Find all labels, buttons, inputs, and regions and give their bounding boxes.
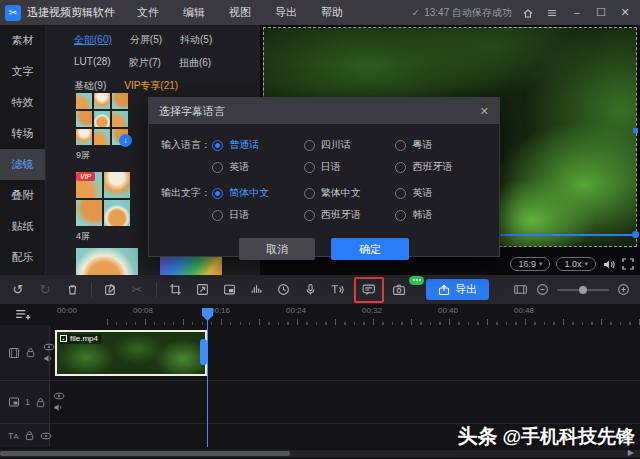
menu-view[interactable]: 视图 [229,5,251,20]
vip-badge: VIP [76,172,95,181]
scrollbar-thumb[interactable] [0,451,290,456]
radio-mandarin[interactable]: 普通话 [212,138,304,152]
radio-korean-output[interactable]: 韩语 [395,208,487,222]
minimize-button[interactable]: − [570,7,584,19]
tab-distort[interactable]: 扭曲(6) [179,56,211,70]
audio-wave-icon[interactable] [246,280,266,300]
speed-clock-icon[interactable] [273,280,293,300]
maximize-button[interactable]: ☐ [594,6,608,19]
pip-icon[interactable] [219,280,239,300]
volume-icon[interactable] [602,258,616,271]
cancel-button[interactable]: 取消 [239,238,315,260]
split-scissors-icon[interactable]: ✂ [127,280,147,300]
radio-sichuanese[interactable]: 四川话 [304,138,396,152]
radio-simplified-chinese[interactable]: 简体中文 [212,186,304,200]
microphone-icon[interactable] [300,280,320,300]
download-icon[interactable]: ↓ [119,134,132,147]
crop-icon[interactable] [165,280,185,300]
sidebar-item-text[interactable]: 文字 [0,56,45,87]
playback-speed-select[interactable]: 1.0x▾ [556,257,596,271]
sidebar-item-transitions[interactable]: 转场 [0,118,45,149]
radio-spanish-output[interactable]: 西班牙语 [304,208,396,222]
sidebar-item-overlay[interactable]: 叠附 [0,180,45,211]
fullscreen-icon[interactable] [622,258,634,270]
input-language-label: 输入语言： [161,138,212,152]
radio-cantonese[interactable]: 粤语 [395,138,487,152]
frame-view-icon[interactable] [513,283,528,296]
resize-icon[interactable] [192,280,212,300]
main-menu-icon[interactable] [546,7,560,19]
radio-japanese-input[interactable]: 日语 [304,160,396,174]
ok-button[interactable]: 确定 [331,238,409,260]
add-track-icon[interactable] [14,307,32,322]
radio-traditional-chinese[interactable]: 繁体中文 [304,186,396,200]
pip-track[interactable] [50,381,640,424]
zoom-slider-handle[interactable] [579,286,587,294]
subtitle-recognition-icon[interactable] [359,280,379,300]
timeline-zoom-slider[interactable] [557,289,609,291]
tab-basic[interactable]: 基础(9) [74,79,106,93]
radio-spanish-input[interactable]: 西班牙语 [395,160,487,174]
radio-icon [212,210,223,221]
thumb-cell [76,129,92,145]
close-button[interactable]: ✕ [618,6,632,19]
edit-clip-icon[interactable] [100,280,120,300]
text-to-speech-icon[interactable] [327,280,347,300]
transform-mid-handle[interactable] [633,128,638,133]
home-icon[interactable] [522,7,536,19]
lock-icon[interactable] [25,347,36,358]
track-headers: 1 TA [0,325,50,447]
sidebar-item-music[interactable]: 配乐 [0,242,45,273]
redo-icon[interactable]: ↻ [35,280,55,300]
tab-all[interactable]: 全部(60) [74,33,112,47]
ruler-label: 00:40 [438,306,458,315]
timeline-ruler[interactable]: 00:00 00:08 00:16 00:24 00:32 00:40 00:4… [50,304,640,325]
transform-bottom-edge[interactable] [482,234,637,236]
menu-help[interactable]: 帮助 [321,5,343,20]
zoom-out-icon[interactable] [536,283,549,296]
radio-icon [395,162,406,173]
pip-track-number: 1 [25,397,30,407]
ruler-label: 00:32 [362,306,382,315]
video-track[interactable]: ▪ file.mp4 [50,325,640,381]
radio-english-output[interactable]: 英语 [395,186,487,200]
delete-icon[interactable] [62,280,82,300]
radio-english-input[interactable]: 英语 [212,160,304,174]
video-clip[interactable]: ▪ file.mp4 [55,330,207,376]
clip-trim-handle[interactable] [200,339,207,365]
tab-splitscreen[interactable]: 分屏(5) [130,33,162,47]
transform-corner-handle[interactable] [632,231,639,238]
filter-label-9screen: 9屏 [76,149,130,162]
watermark-brand: 头条 [457,423,497,450]
aspect-ratio-select[interactable]: 16:9▾ [510,257,550,271]
menu-export[interactable]: 导出 [275,5,297,20]
tab-shake[interactable]: 抖动(5) [180,33,212,47]
thumb-cell [76,93,92,109]
tab-vip[interactable]: VIP专享(21) [124,79,178,93]
sidebar-item-material[interactable]: 素材 [0,25,45,56]
filter-thumbnail-partial-1[interactable] [76,248,138,275]
radio-japanese-output[interactable]: 日语 [212,208,304,222]
edit-toolbar: ↺ ↻ ✂ [0,275,640,304]
zoom-in-icon[interactable] [617,283,630,296]
sidebar-item-filters[interactable]: 滤镜 [0,149,45,180]
dialog-close-icon[interactable]: ✕ [480,105,489,118]
export-button[interactable]: 导出 [426,279,489,300]
filter-thumbnail-4screen[interactable]: VIP [76,172,130,226]
timeline-horizontal-scrollbar[interactable]: ▶ [0,450,640,457]
snapshot-gif-icon[interactable] [389,280,409,300]
output-text-label: 输出文字： [161,186,212,200]
playhead-line [207,318,208,447]
tab-film[interactable]: 胶片(7) [129,56,161,70]
sidebar-item-stickers[interactable]: 贴纸 [0,211,45,242]
lock-icon[interactable] [24,430,35,441]
tab-lut[interactable]: LUT(28) [74,56,111,70]
sidebar-item-effects[interactable]: 特效 [0,87,45,118]
lock-icon[interactable] [35,397,46,408]
ruler-label: 00:16 [210,306,230,315]
filter-thumbnail-9screen[interactable]: ↓ [76,93,130,145]
clip-label: ▪ file.mp4 [59,334,101,344]
menu-file[interactable]: 文件 [137,5,159,20]
menu-edit[interactable]: 编辑 [183,5,205,20]
undo-icon[interactable]: ↺ [8,280,28,300]
